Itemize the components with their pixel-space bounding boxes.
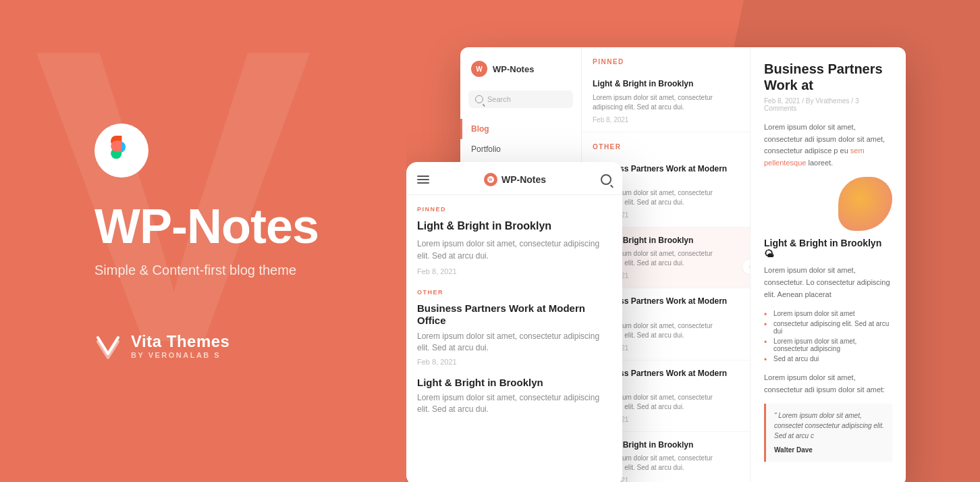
mobile-note-2-title[interactable]: Business Partners Work at Modern Office	[417, 302, 611, 327]
mobile-note-1-date: Feb 8, 2021	[417, 267, 611, 275]
figma-logo	[94, 124, 148, 178]
hamburger-line-2	[417, 179, 429, 180]
mobile-content: PINNED Light & Bright in Brooklyn Lorem …	[406, 195, 622, 479]
note-title-1: Light & Bright in Brooklyn	[593, 79, 739, 90]
decorative-blob	[838, 177, 892, 231]
mobile-logo-text: WP-Notes	[501, 174, 546, 185]
quote-text: " Lorem ipsum dolor sit amet, consectet …	[774, 410, 884, 441]
app-subtitle: Simple & Content-first blog theme	[94, 263, 296, 278]
vita-v-icon	[94, 332, 121, 359]
sidebar-item-portfolio[interactable]: Portfolio	[460, 139, 581, 159]
mobile-pinned-label: PINNED	[417, 206, 611, 213]
sidebar-search[interactable]: Search	[468, 90, 573, 108]
panels-area: W WP-Notes Search Blog Portfolio Contact…	[406, 0, 980, 482]
mobile-note-2-excerpt: Lorem ipsum dolor sit amet, consectetur …	[417, 331, 611, 354]
hamburger-line-1	[417, 176, 429, 177]
vita-text-block: Vita Themes BY VERONALAB S	[131, 332, 229, 359]
vita-name: Vita Themes	[131, 332, 229, 351]
content-panel: Business Partners Work at Feb 8, 2021 / …	[751, 47, 906, 482]
content-title: Business Partners Work at	[764, 61, 892, 93]
other-label: OTHER	[582, 132, 750, 156]
mobile-header: W WP-Notes	[406, 162, 622, 195]
content-body-1: Lorem ipsum dolor sit amet, consectetur …	[764, 122, 892, 169]
note-date-1: Feb 8, 2021	[593, 116, 739, 124]
note-excerpt-1: Lorem ipsum dolor sit amet, consectetur …	[593, 93, 739, 112]
app-title: WP-Notes	[94, 202, 319, 250]
mobile-note-3-title[interactable]: Light & Bright in Brooklyn	[417, 377, 611, 388]
mobile-other-label: OTHER	[417, 289, 611, 296]
mobile-note-2-date: Feb 8, 2021	[417, 358, 611, 366]
bullet-item-1: Lorem ipsum dolor sit amet	[764, 309, 892, 319]
mobile-logo-icon: W	[484, 173, 497, 186]
content-meta: Feb 8, 2021 / By Virathemes / 3 Comments	[764, 97, 892, 112]
sidebar-logo-text: WP-Notes	[493, 64, 534, 74]
bullet-list: Lorem ipsum dolor sit amet consectetur a…	[764, 309, 892, 364]
hamburger-line-3	[417, 182, 429, 184]
pinned-label: PINNED	[582, 47, 750, 71]
left-section: WP-Notes Simple & Content-first blog the…	[0, 0, 452, 482]
quote-block: " Lorem ipsum dolor sit amet, consectet …	[764, 404, 892, 462]
search-placeholder: Search	[487, 95, 511, 103]
vita-themes-logo: Vita Themes BY VERONALAB S	[94, 332, 229, 359]
mobile-note-3-excerpt: Lorem ipsum dolor sit amet, consectetur …	[417, 392, 611, 415]
search-icon	[475, 95, 483, 103]
note-item-1[interactable]: Light & Bright in Brooklyn Lorem ipsum d…	[582, 71, 750, 132]
bullet-item-2: consectetur adipiscing elit. Sed at arcu…	[764, 319, 892, 336]
sidebar-logo-icon: W	[471, 61, 487, 77]
content-section-2-title: Light & Bright in Brooklyn 🌤	[764, 238, 892, 259]
mobile-panel: W WP-Notes PINNED Light & Bright in Broo…	[406, 162, 622, 482]
bullet-item-3: Lorem ipsum dolor sit amet, consectetur …	[764, 336, 892, 354]
bullet-item-4: Sed at arcu dui	[764, 354, 892, 364]
svg-text:W: W	[489, 178, 493, 182]
mobile-note-1-excerpt: Lorem ipsum dolor sit amet, consectetur …	[417, 238, 611, 262]
mobile-search-icon[interactable]	[601, 174, 611, 185]
hamburger-icon[interactable]	[417, 176, 429, 184]
sidebar-item-blog[interactable]: Blog	[460, 119, 581, 139]
content-body-3: Lorem ipsum dolor sit amet, consectetur …	[764, 372, 892, 396]
content-body-2: Lorem ipsum dolor sit amet, consectetur.…	[764, 265, 892, 300]
vita-by: BY VERONALAB S	[131, 351, 229, 359]
mobile-note-1-title[interactable]: Light & Bright in Brooklyn	[417, 219, 611, 232]
mobile-logo: W WP-Notes	[484, 173, 546, 186]
quote-author: Walter Dave	[774, 445, 884, 455]
sidebar-logo: W WP-Notes	[460, 61, 581, 90]
